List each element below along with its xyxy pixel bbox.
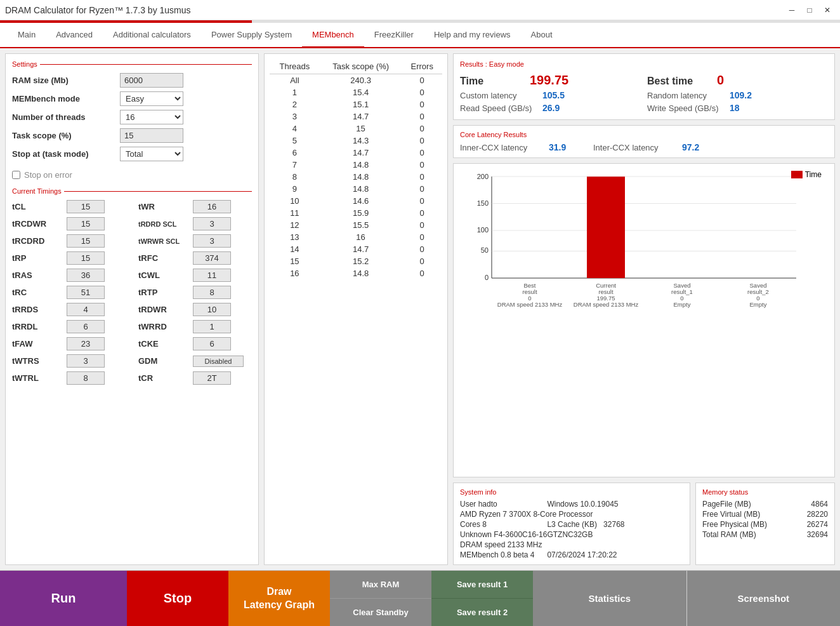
table-cell: 11 [270,207,320,219]
timing-tcl[interactable] [67,200,105,213]
sysinfo-ram: Unknown F4-3600C16-16GTZNC32GB [460,530,683,539]
timing-label-trdwr: tRDWR [138,305,189,314]
timing-trtp[interactable] [193,286,231,299]
settings-label-scope: Task scope (%) [12,131,120,140]
timing-tras[interactable] [67,269,105,282]
table-cell: 14.8 [320,267,402,279]
results-header: Results : Easy mode [460,60,828,68]
result-best-time-row: Best time 0 [647,73,828,88]
table-cell: 8 [270,171,320,183]
timing-trp[interactable] [67,251,105,265]
timing-trdrdscl[interactable] [193,217,231,230]
table-cell: All [270,74,320,87]
timing-row-trc: tRC [12,286,126,299]
memstatus-totalram-label: Total RAM (MB) [702,530,756,539]
table-cell: 0 [402,135,442,147]
table-cell: 0 [402,255,442,267]
svg-text:Empty: Empty [674,301,691,308]
task-scope-input[interactable] [120,128,183,143]
timing-trcdrd[interactable] [67,234,105,248]
result-custom-latency-row: Custom latency 105.5 [460,90,641,100]
timing-label-tcl: tCL [12,202,63,211]
table-cell: 14.8 [320,171,402,183]
close-button[interactable]: ✕ [820,4,835,17]
memstatus-freephys-value: 26274 [807,520,828,529]
timing-tfaw[interactable] [67,337,105,350]
timing-row-gdm: GDM [138,354,252,368]
timing-tcwl[interactable] [193,269,231,282]
timing-tcke[interactable] [193,337,231,350]
settings-section-label: Settings [12,60,252,68]
timing-label-twtrs: tWTRS [12,356,63,366]
draw-latency-button[interactable]: DrawLatency Graph [228,571,330,626]
inter-ccx-value: 97.2 [682,142,714,152]
screenshot-button[interactable]: Screenshot [687,571,841,626]
timing-trfc[interactable] [193,251,231,265]
timing-gdm[interactable] [193,356,244,367]
window-controls: ─ □ ✕ [784,4,835,17]
table-cell: 14.8 [320,183,402,195]
legend-time-label: Time [805,170,822,179]
save-result2-button[interactable]: Save result 2 [431,599,533,626]
menu-item-freezkiller[interactable]: FreezKiller [364,23,424,48]
sysinfo-cpu: AMD Ryzen 7 3700X 8-Core Processor [460,510,683,519]
menu-item-additional[interactable]: Additional calculators [103,23,201,48]
minimize-button[interactable]: ─ [784,4,799,17]
result-best-time-label: Best time [647,76,711,87]
table-cell: 240.3 [320,74,402,87]
settings-row-mode: MEMbench mode Easy Advanced [12,91,252,106]
timing-twtrs[interactable] [67,354,105,368]
threads-select[interactable]: 16 8 4 [120,110,183,124]
sysinfo-dram: DRAM speed 2133 MHz [460,540,683,549]
timing-twr[interactable] [193,200,231,213]
run-button[interactable]: Run [0,571,127,626]
timing-tcr[interactable] [193,371,231,385]
table-cell: 0 [402,147,442,159]
menu-item-help[interactable]: Help and my reviews [424,23,521,48]
timing-trrdl[interactable] [67,320,105,333]
col-threads: Threads [270,59,320,74]
table-row: 814.80 [270,171,442,183]
result-write-speed-row: Write Speed (GB/s) 18 [647,103,828,113]
svg-text:DRAM speed 2133 MHz: DRAM speed 2133 MHz [497,301,563,308]
settings-row-ram: RAM size (Mb) [12,73,252,88]
membench-mode-select[interactable]: Easy Advanced [120,91,183,106]
timing-row-tcr: tCR [138,371,252,385]
timing-twrrd[interactable] [193,320,231,333]
ram-size-input[interactable] [120,73,183,88]
table-row: 1215.50 [270,219,442,231]
timing-label-twtrl: tWTRL [12,373,63,383]
maximize-button[interactable]: □ [802,4,817,17]
menu-item-main[interactable]: Main [8,23,46,48]
timing-label-tfaw: tFAW [12,339,63,349]
result-custom-latency-value: 105.5 [542,90,565,100]
memstatus-totalram: Total RAM (MB) 32694 [702,530,828,539]
timing-trcdwr[interactable] [67,217,105,230]
timing-twrwrscl[interactable] [193,234,231,248]
menu-item-about[interactable]: About [521,23,563,48]
table-row: 215.10 [270,98,442,110]
timing-twtrl[interactable] [67,371,105,385]
table-cell: 9 [270,183,320,195]
table-cell: 0 [402,267,442,279]
table-row: 1414.70 [270,243,442,255]
stop-on-error-checkbox[interactable] [12,171,20,179]
timing-label-tras: tRAS [12,270,63,280]
save-results-group: Save result 1 Save result 2 [431,571,533,626]
max-ram-button[interactable]: Max RAM [330,571,431,599]
result-write-speed-label: Write Speed (GB/s) [647,103,723,113]
result-random-latency-label: Random latency [647,91,723,100]
timing-trdwr[interactable] [193,303,231,316]
menu-item-pss[interactable]: Power Supply System [201,23,302,48]
menu-item-membench[interactable]: MEMbench [302,23,364,48]
timing-row-tcke: tCKE [138,337,252,350]
stop-at-select[interactable]: Total Each [120,147,183,161]
statistics-button[interactable]: Statistics [533,571,686,626]
save-result1-button[interactable]: Save result 1 [431,571,533,599]
clear-standby-button[interactable]: Clear Standby [330,599,431,626]
timing-trrds[interactable] [67,303,105,316]
stop-button[interactable]: Stop [127,571,228,626]
timing-trc[interactable] [67,286,105,299]
menu-item-advanced[interactable]: Advanced [46,23,103,48]
timing-row-tcwl: tCWL [138,269,252,282]
